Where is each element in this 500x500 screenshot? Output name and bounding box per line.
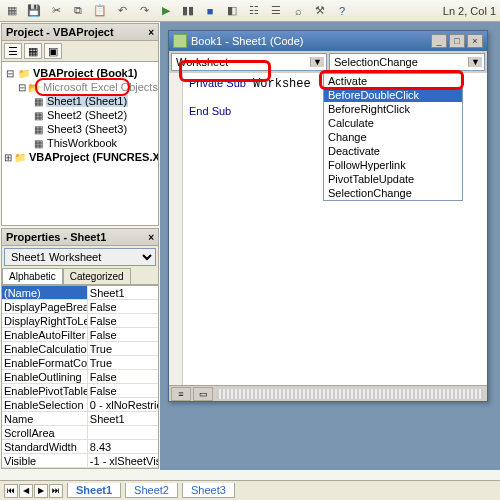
sheet-icon: ▦ <box>32 109 44 121</box>
tree-folder-objects[interactable]: Microsoft Excel Objects <box>42 81 158 93</box>
sheet-icon: ▦ <box>32 95 44 107</box>
view-code-icon[interactable]: ☰ <box>4 43 22 59</box>
vbaproject-icon: 📁 <box>14 151 26 163</box>
object-browser-icon[interactable]: ⌕ <box>290 3 306 19</box>
project-panel-title: Project - VBAProject <box>6 26 114 38</box>
procedure-view-icon[interactable]: ≡ <box>171 387 191 401</box>
close-panel-icon[interactable]: × <box>148 27 154 38</box>
event-option[interactable]: Deactivate <box>324 144 462 158</box>
property-row[interactable]: EnablePivotTableFalse <box>2 384 158 398</box>
design-icon[interactable]: ◧ <box>224 3 240 19</box>
chevron-down-icon[interactable]: ▼ <box>310 57 324 67</box>
event-option[interactable]: SelectionChange <box>324 186 462 200</box>
next-sheet-icon[interactable]: ▶ <box>34 484 48 498</box>
code-window-titlebar[interactable]: Book1 - Sheet1 (Code) _ □ × <box>169 31 487 51</box>
object-selector[interactable]: Sheet1 Worksheet <box>4 248 156 266</box>
run-icon[interactable]: ▶ <box>158 3 174 19</box>
save-icon[interactable]: 💾 <box>26 3 42 19</box>
first-sheet-icon[interactable]: ⏮ <box>4 484 18 498</box>
plus-icon[interactable]: ⊞ <box>4 151 12 163</box>
property-row[interactable]: Visible-1 - xlSheetVisib <box>2 454 158 468</box>
event-option[interactable]: BeforeDoubleClick <box>324 88 462 102</box>
event-option[interactable]: PivotTableUpdate <box>324 172 462 186</box>
property-row[interactable]: DisplayPageBreakFalse <box>2 300 158 314</box>
sheet-tab-2[interactable]: Sheet2 <box>125 483 178 498</box>
properties-grid[interactable]: (Name)Sheet1DisplayPageBreakFalseDisplay… <box>2 285 158 468</box>
event-option[interactable]: Calculate <box>324 116 462 130</box>
cut-icon[interactable]: ✂ <box>48 3 64 19</box>
sheet-icon: ▦ <box>32 123 44 135</box>
properties-panel: Properties - Sheet1 × Sheet1 Worksheet A… <box>1 228 159 469</box>
property-row[interactable]: DisplayRightToLefFalse <box>2 314 158 328</box>
project-tree[interactable]: ⊟📁VBAProject (Book1) ⊟📂Microsoft Excel O… <box>2 62 158 225</box>
code-window-statusbar: ≡ ▭ <box>169 385 487 401</box>
properties-panel-title: Properties - Sheet1 <box>6 231 106 243</box>
workbook-sheet-tabs: ⏮ ◀ ▶ ⏭ Sheet1 Sheet2 Sheet3 <box>0 480 500 500</box>
property-row[interactable]: ScrollArea <box>2 426 158 440</box>
code-window-title: Book1 - Sheet1 (Code) <box>191 35 431 47</box>
cursor-position: Ln 2, Col 1 <box>443 5 496 17</box>
code-window: Book1 - Sheet1 (Code) _ □ × Worksheet ▼ … <box>168 30 488 402</box>
sheet-tab-3[interactable]: Sheet3 <box>182 483 235 498</box>
tab-alphabetic[interactable]: Alphabetic <box>2 268 63 284</box>
object-dropdown-value: Worksheet <box>176 56 228 68</box>
tree-addin[interactable]: VBAProject (FUNCRES.XL <box>28 151 158 163</box>
horizontal-scrollbar[interactable] <box>217 389 483 399</box>
properties-icon[interactable]: ☰ <box>268 3 284 19</box>
redo-icon[interactable]: ↷ <box>136 3 152 19</box>
paste-icon[interactable]: 📋 <box>92 3 108 19</box>
sheet-tab-1[interactable]: Sheet1 <box>67 483 121 498</box>
excel-icon[interactable]: ▦ <box>4 3 20 19</box>
view-object-icon[interactable]: ▦ <box>24 43 42 59</box>
property-row[interactable]: EnableFormatConTrue <box>2 356 158 370</box>
mdi-area: Book1 - Sheet1 (Code) _ □ × Worksheet ▼ … <box>160 22 500 470</box>
copy-icon[interactable]: ⧉ <box>70 3 86 19</box>
break-icon[interactable]: ▮▮ <box>180 3 196 19</box>
property-row[interactable]: EnableSelection0 - xlNoRestricti <box>2 398 158 412</box>
close-panel-icon[interactable]: × <box>148 232 154 243</box>
property-row[interactable]: (Name)Sheet1 <box>2 286 158 300</box>
property-row[interactable]: StandardWidth8.43 <box>2 440 158 454</box>
tab-categorized[interactable]: Categorized <box>63 268 131 284</box>
folder-icon: 📂 <box>28 81 40 93</box>
property-row[interactable]: NameSheet1 <box>2 412 158 426</box>
event-dropdown-list[interactable]: ActivateBeforeDoubleClickBeforeRightClic… <box>323 73 463 201</box>
tree-sheet1[interactable]: Sheet1 (Sheet1) <box>46 95 128 107</box>
reset-icon[interactable]: ■ <box>202 3 218 19</box>
workbook-icon: ▦ <box>32 137 44 149</box>
event-option[interactable]: FollowHyperlink <box>324 158 462 172</box>
prev-sheet-icon[interactable]: ◀ <box>19 484 33 498</box>
toggle-folders-icon[interactable]: ▣ <box>44 43 62 59</box>
undo-icon[interactable]: ↶ <box>114 3 130 19</box>
event-option[interactable]: BeforeRightClick <box>324 102 462 116</box>
tree-sheet3[interactable]: Sheet3 (Sheet3) <box>46 123 128 135</box>
last-sheet-icon[interactable]: ⏭ <box>49 484 63 498</box>
minus-icon[interactable]: ⊟ <box>18 81 26 93</box>
minus-icon[interactable]: ⊟ <box>4 67 16 79</box>
procedure-dropdown[interactable]: SelectionChange ▼ <box>329 53 485 71</box>
property-row[interactable]: EnableOutliningFalse <box>2 370 158 384</box>
maximize-icon[interactable]: □ <box>449 34 465 48</box>
toolbox-icon[interactable]: ⚒ <box>312 3 328 19</box>
main-toolbar: ▦ 💾 ✂ ⧉ 📋 ↶ ↷ ▶ ▮▮ ■ ◧ ☷ ☰ ⌕ ⚒ ? Ln 2, C… <box>0 0 500 22</box>
property-row[interactable]: EnableCalculationTrue <box>2 342 158 356</box>
property-row[interactable]: EnableAutoFilterFalse <box>2 328 158 342</box>
event-option[interactable]: Activate <box>324 74 462 88</box>
code-gutter <box>169 73 183 385</box>
tree-root[interactable]: VBAProject (Book1) <box>32 67 139 79</box>
project-explorer-panel: Project - VBAProject × ☰ ▦ ▣ ⊟📁VBAProjec… <box>1 23 159 226</box>
project-explorer-icon[interactable]: ☷ <box>246 3 262 19</box>
chevron-down-icon[interactable]: ▼ <box>468 57 482 67</box>
help-icon[interactable]: ? <box>334 3 350 19</box>
procedure-dropdown-value: SelectionChange <box>334 56 418 68</box>
minimize-icon[interactable]: _ <box>431 34 447 48</box>
vbaproject-icon: 📁 <box>18 67 30 79</box>
code-window-icon <box>173 34 187 48</box>
tree-thisworkbook[interactable]: ThisWorkbook <box>46 137 118 149</box>
tree-sheet2[interactable]: Sheet2 (Sheet2) <box>46 109 128 121</box>
full-module-view-icon[interactable]: ▭ <box>193 387 213 401</box>
event-option[interactable]: Change <box>324 130 462 144</box>
object-dropdown[interactable]: Worksheet ▼ <box>171 53 327 71</box>
close-icon[interactable]: × <box>467 34 483 48</box>
